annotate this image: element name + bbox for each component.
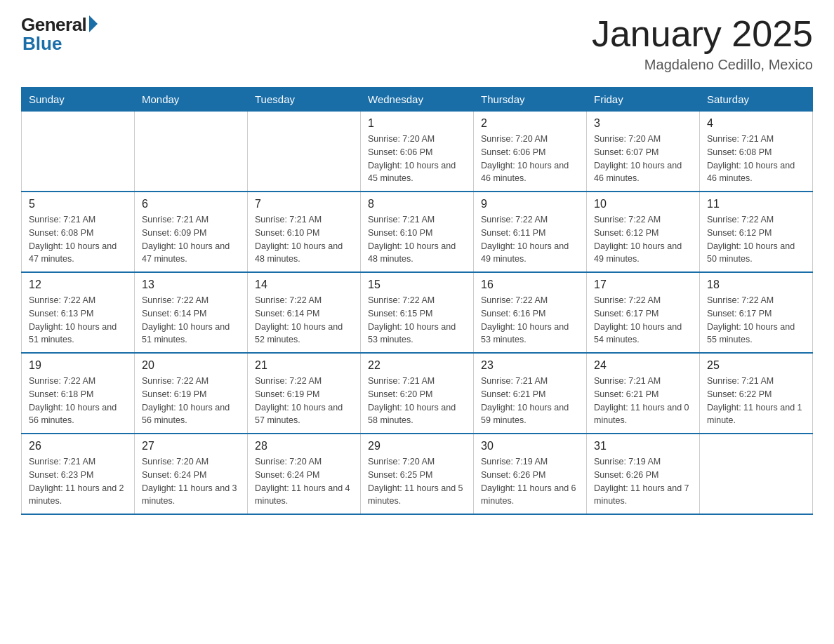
day-number: 27 xyxy=(142,440,240,452)
day-info: Sunrise: 7:21 AM Sunset: 6:09 PM Dayligh… xyxy=(142,213,240,266)
day-number: 23 xyxy=(481,359,579,372)
day-number: 28 xyxy=(255,440,353,452)
calendar-cell: 2Sunrise: 7:20 AM Sunset: 6:06 PM Daylig… xyxy=(474,112,587,192)
day-number: 5 xyxy=(29,198,127,210)
weekday-header-row: SundayMondayTuesdayWednesdayThursdayFrid… xyxy=(22,88,813,112)
day-number: 29 xyxy=(368,440,466,452)
day-number: 1 xyxy=(368,117,466,130)
day-info: Sunrise: 7:21 AM Sunset: 6:20 PM Dayligh… xyxy=(368,375,466,427)
day-number: 24 xyxy=(594,359,692,372)
day-number: 14 xyxy=(255,279,353,291)
calendar-cell xyxy=(700,434,813,514)
calendar-cell xyxy=(135,112,248,192)
day-info: Sunrise: 7:22 AM Sunset: 6:14 PM Dayligh… xyxy=(142,294,240,347)
weekday-header-sunday: Sunday xyxy=(22,88,135,112)
day-number: 6 xyxy=(142,198,240,210)
week-row-3: 12Sunrise: 7:22 AM Sunset: 6:13 PM Dayli… xyxy=(22,272,813,353)
calendar-cell: 19Sunrise: 7:22 AM Sunset: 6:18 PM Dayli… xyxy=(22,353,135,434)
day-info: Sunrise: 7:22 AM Sunset: 6:12 PM Dayligh… xyxy=(594,213,692,266)
day-info: Sunrise: 7:22 AM Sunset: 6:12 PM Dayligh… xyxy=(707,213,805,266)
calendar-cell: 11Sunrise: 7:22 AM Sunset: 6:12 PM Dayli… xyxy=(700,192,813,272)
day-number: 3 xyxy=(594,117,692,130)
calendar-cell: 4Sunrise: 7:21 AM Sunset: 6:08 PM Daylig… xyxy=(700,112,813,192)
day-number: 20 xyxy=(142,359,240,372)
calendar-cell: 5Sunrise: 7:21 AM Sunset: 6:08 PM Daylig… xyxy=(22,192,135,272)
day-number: 25 xyxy=(707,359,805,372)
week-row-5: 26Sunrise: 7:21 AM Sunset: 6:23 PM Dayli… xyxy=(22,434,813,514)
day-info: Sunrise: 7:22 AM Sunset: 6:17 PM Dayligh… xyxy=(594,294,692,347)
logo-blue-text: Blue xyxy=(22,33,62,55)
calendar-cell: 28Sunrise: 7:20 AM Sunset: 6:24 PM Dayli… xyxy=(248,434,361,514)
calendar-cell: 7Sunrise: 7:21 AM Sunset: 6:10 PM Daylig… xyxy=(248,192,361,272)
calendar-cell: 27Sunrise: 7:20 AM Sunset: 6:24 PM Dayli… xyxy=(135,434,248,514)
weekday-header-saturday: Saturday xyxy=(700,88,813,112)
calendar-body: 1Sunrise: 7:20 AM Sunset: 6:06 PM Daylig… xyxy=(22,112,813,515)
calendar-cell: 30Sunrise: 7:19 AM Sunset: 6:26 PM Dayli… xyxy=(474,434,587,514)
day-info: Sunrise: 7:22 AM Sunset: 6:17 PM Dayligh… xyxy=(707,294,805,347)
calendar-cell: 18Sunrise: 7:22 AM Sunset: 6:17 PM Dayli… xyxy=(700,272,813,353)
day-info: Sunrise: 7:22 AM Sunset: 6:15 PM Dayligh… xyxy=(368,294,466,347)
weekday-header-friday: Friday xyxy=(587,88,700,112)
calendar-cell: 22Sunrise: 7:21 AM Sunset: 6:20 PM Dayli… xyxy=(361,353,474,434)
day-info: Sunrise: 7:22 AM Sunset: 6:16 PM Dayligh… xyxy=(481,294,579,347)
calendar-cell: 6Sunrise: 7:21 AM Sunset: 6:09 PM Daylig… xyxy=(135,192,248,272)
day-number: 7 xyxy=(255,198,353,210)
weekday-header-monday: Monday xyxy=(135,88,248,112)
day-number: 21 xyxy=(255,359,353,372)
day-number: 2 xyxy=(481,117,579,130)
calendar-cell: 1Sunrise: 7:20 AM Sunset: 6:06 PM Daylig… xyxy=(361,112,474,192)
calendar-cell: 24Sunrise: 7:21 AM Sunset: 6:21 PM Dayli… xyxy=(587,353,700,434)
day-info: Sunrise: 7:21 AM Sunset: 6:08 PM Dayligh… xyxy=(707,133,805,185)
day-number: 16 xyxy=(481,279,579,291)
calendar-cell: 8Sunrise: 7:21 AM Sunset: 6:10 PM Daylig… xyxy=(361,192,474,272)
calendar-cell: 26Sunrise: 7:21 AM Sunset: 6:23 PM Dayli… xyxy=(22,434,135,514)
calendar-cell: 13Sunrise: 7:22 AM Sunset: 6:14 PM Dayli… xyxy=(135,272,248,353)
day-number: 12 xyxy=(29,279,127,291)
day-info: Sunrise: 7:21 AM Sunset: 6:22 PM Dayligh… xyxy=(707,375,805,427)
month-title: January 2025 xyxy=(592,14,813,54)
day-info: Sunrise: 7:20 AM Sunset: 6:25 PM Dayligh… xyxy=(368,455,466,508)
day-info: Sunrise: 7:21 AM Sunset: 6:21 PM Dayligh… xyxy=(481,375,579,427)
calendar-table: SundayMondayTuesdayWednesdayThursdayFrid… xyxy=(21,87,813,515)
day-info: Sunrise: 7:19 AM Sunset: 6:26 PM Dayligh… xyxy=(594,455,692,508)
day-info: Sunrise: 7:20 AM Sunset: 6:24 PM Dayligh… xyxy=(255,455,353,508)
day-number: 22 xyxy=(368,359,466,372)
page-header: General Blue January 2025 Magdaleno Cedi… xyxy=(21,14,813,73)
day-info: Sunrise: 7:20 AM Sunset: 6:06 PM Dayligh… xyxy=(481,133,579,185)
weekday-header-thursday: Thursday xyxy=(474,88,587,112)
day-info: Sunrise: 7:20 AM Sunset: 6:24 PM Dayligh… xyxy=(142,455,240,508)
day-number: 30 xyxy=(481,440,579,452)
day-number: 19 xyxy=(29,359,127,372)
day-number: 11 xyxy=(707,198,805,210)
logo: General Blue xyxy=(21,14,98,55)
day-info: Sunrise: 7:20 AM Sunset: 6:07 PM Dayligh… xyxy=(594,133,692,185)
calendar-cell: 25Sunrise: 7:21 AM Sunset: 6:22 PM Dayli… xyxy=(700,353,813,434)
day-number: 15 xyxy=(368,279,466,291)
day-number: 13 xyxy=(142,279,240,291)
calendar-cell: 23Sunrise: 7:21 AM Sunset: 6:21 PM Dayli… xyxy=(474,353,587,434)
weekday-header-tuesday: Tuesday xyxy=(248,88,361,112)
calendar-cell: 29Sunrise: 7:20 AM Sunset: 6:25 PM Dayli… xyxy=(361,434,474,514)
day-info: Sunrise: 7:22 AM Sunset: 6:18 PM Dayligh… xyxy=(29,375,127,427)
calendar-cell: 12Sunrise: 7:22 AM Sunset: 6:13 PM Dayli… xyxy=(22,272,135,353)
title-section: January 2025 Magdaleno Cedillo, Mexico xyxy=(592,14,813,73)
day-info: Sunrise: 7:22 AM Sunset: 6:14 PM Dayligh… xyxy=(255,294,353,347)
day-info: Sunrise: 7:21 AM Sunset: 6:10 PM Dayligh… xyxy=(368,213,466,266)
day-number: 26 xyxy=(29,440,127,452)
calendar-cell: 17Sunrise: 7:22 AM Sunset: 6:17 PM Dayli… xyxy=(587,272,700,353)
calendar-cell: 20Sunrise: 7:22 AM Sunset: 6:19 PM Dayli… xyxy=(135,353,248,434)
day-info: Sunrise: 7:21 AM Sunset: 6:23 PM Dayligh… xyxy=(29,455,127,508)
week-row-1: 1Sunrise: 7:20 AM Sunset: 6:06 PM Daylig… xyxy=(22,112,813,192)
calendar-cell xyxy=(248,112,361,192)
calendar-cell: 9Sunrise: 7:22 AM Sunset: 6:11 PM Daylig… xyxy=(474,192,587,272)
logo-arrow-icon xyxy=(89,15,98,32)
calendar-cell: 15Sunrise: 7:22 AM Sunset: 6:15 PM Dayli… xyxy=(361,272,474,353)
day-number: 18 xyxy=(707,279,805,291)
day-info: Sunrise: 7:19 AM Sunset: 6:26 PM Dayligh… xyxy=(481,455,579,508)
week-row-2: 5Sunrise: 7:21 AM Sunset: 6:08 PM Daylig… xyxy=(22,192,813,272)
calendar-header: SundayMondayTuesdayWednesdayThursdayFrid… xyxy=(22,88,813,112)
day-number: 9 xyxy=(481,198,579,210)
day-number: 31 xyxy=(594,440,692,452)
calendar-cell: 10Sunrise: 7:22 AM Sunset: 6:12 PM Dayli… xyxy=(587,192,700,272)
day-info: Sunrise: 7:22 AM Sunset: 6:11 PM Dayligh… xyxy=(481,213,579,266)
